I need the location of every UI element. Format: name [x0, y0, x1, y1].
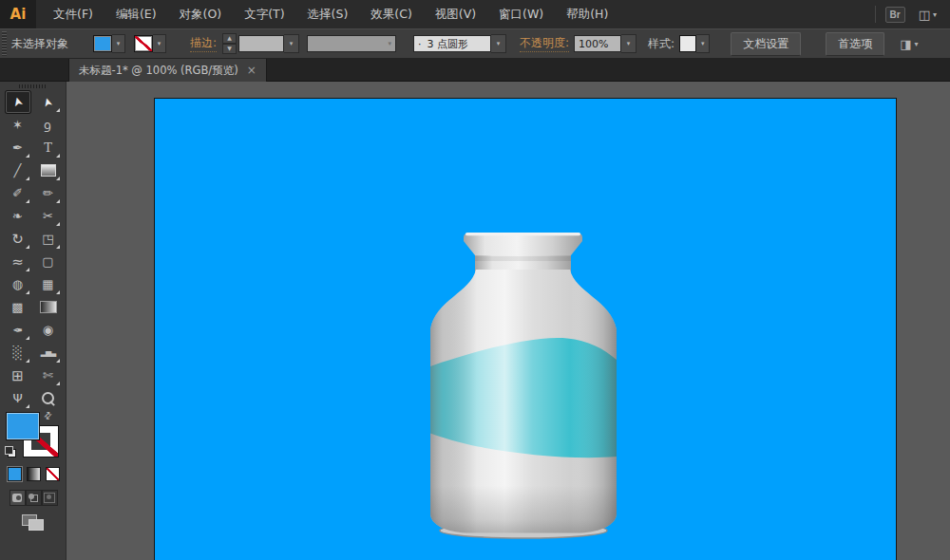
panel-drag-handle[interactable]	[19, 84, 48, 88]
menu-window[interactable]: 窗口(W)	[487, 0, 555, 28]
lasso-tool[interactable]: ϱ	[36, 114, 61, 136]
opacity-input[interactable]: 100%	[574, 35, 621, 52]
column-graph-tool[interactable]: ▂▅▃	[36, 342, 61, 364]
document-tab[interactable]: 未标题-1* @ 100% (RGB/预览) ×	[68, 59, 267, 82]
none-button[interactable]	[46, 467, 60, 481]
menu-edit[interactable]: 编辑(E)	[104, 0, 168, 28]
fill-color-swatch[interactable]	[93, 35, 112, 52]
perspective-grid-tool[interactable]: ▦	[36, 273, 61, 295]
scale-tool[interactable]: ◳	[36, 228, 61, 250]
control-panel-menu[interactable]: ◨ ▾	[900, 37, 918, 51]
draw-inside-button[interactable]	[42, 490, 58, 506]
menu-divider	[875, 6, 876, 23]
hand-tool[interactable]: Ψ	[6, 387, 30, 409]
symbol-sprayer-icon: ░	[13, 345, 23, 360]
chevron-down-icon: ▾	[933, 10, 937, 19]
screen-mode-icon[interactable]	[22, 514, 45, 531]
chevron-down-icon[interactable]: ▾	[284, 34, 299, 53]
menu-bar: Ai 文件(F)编辑(E)对象(O)文字(T)选择(S)效果(C)视图(V)窗口…	[0, 0, 950, 28]
stroke-weight-input[interactable]	[238, 35, 284, 52]
selection-tool[interactable]: ➤	[6, 91, 30, 113]
style-label: 样式:	[648, 36, 674, 52]
bridge-button[interactable]: Br	[885, 7, 905, 23]
flyout-indicator	[56, 199, 60, 203]
type-icon: T	[44, 140, 52, 155]
draw-behind-button[interactable]	[26, 490, 42, 506]
free-transform-tool[interactable]: ▢	[36, 251, 61, 272]
menu-select[interactable]: 选择(S)	[296, 0, 360, 28]
menu-help[interactable]: 帮助(H)	[555, 0, 619, 28]
scissors-tool[interactable]: ✂	[36, 205, 61, 227]
gradient-button[interactable]	[27, 467, 41, 481]
magic-wand-tool[interactable]: ✶	[6, 114, 30, 136]
menu-object[interactable]: 对象(O)	[168, 0, 234, 28]
close-icon[interactable]: ×	[247, 65, 256, 76]
blend-tool[interactable]: ◉	[36, 319, 61, 341]
brush-definition-select[interactable]: · 3 点圆形	[413, 35, 491, 52]
stroke-color-control[interactable]: ▾	[134, 34, 166, 53]
rectangle-tool[interactable]	[36, 159, 61, 181]
stroke-panel-link[interactable]: 描边:	[190, 35, 217, 52]
draw-normal-button[interactable]	[10, 490, 26, 506]
chevron-down-icon[interactable]: ▾	[621, 34, 636, 53]
chevron-down-icon[interactable]: ▾	[112, 34, 125, 53]
zoom-tool[interactable]	[36, 387, 61, 409]
control-bar: 未选择对象 ▾ ▾ 描边: ▲ ▼ ▾ ▾ · 3 点圆形 ▾ 不透明度: 10…	[0, 28, 950, 59]
stroke-none-swatch[interactable]	[134, 35, 153, 52]
chevron-down-icon: ▾	[389, 40, 392, 47]
hand-icon: Ψ	[12, 391, 22, 405]
stepper-down-icon[interactable]: ▼	[222, 44, 237, 54]
pencil-icon: ✏	[43, 186, 53, 200]
flyout-indicator	[56, 154, 60, 158]
mesh-tool[interactable]: ▩	[6, 296, 30, 318]
color-button[interactable]	[8, 467, 22, 481]
width-tool[interactable]: ≈	[6, 251, 30, 272]
app-logo: Ai	[0, 0, 36, 28]
slice-tool[interactable]: ✄	[36, 364, 61, 386]
paintbrush-tool[interactable]: ✐	[6, 182, 30, 204]
menu-items: 文件(F)编辑(E)对象(O)文字(T)选择(S)效果(C)视图(V)窗口(W)…	[42, 0, 619, 28]
paint-mode-buttons	[0, 467, 66, 481]
eyedropper-tool[interactable]: ✒	[6, 319, 30, 341]
width-profile-select[interactable]: ▾	[307, 35, 396, 52]
workspace-switcher[interactable]: ◫ ▾	[919, 8, 937, 22]
artboard-tool[interactable]: ⊞	[6, 364, 30, 386]
fill-color-control[interactable]: ▾	[93, 34, 125, 53]
symbol-sprayer-tool[interactable]: ░	[6, 342, 30, 364]
shape-builder-tool[interactable]: ◍	[6, 273, 30, 295]
canvas-area[interactable]	[66, 82, 950, 560]
blob-brush-tool[interactable]: ❧	[6, 205, 30, 227]
bottle-cap-highlight	[466, 233, 580, 235]
gradient-tool[interactable]	[36, 296, 61, 318]
type-tool[interactable]: T	[36, 137, 61, 159]
default-fill-stroke-icon[interactable]	[5, 446, 16, 457]
menu-file[interactable]: 文件(F)	[42, 0, 104, 28]
fill-proxy-swatch[interactable]	[6, 412, 40, 440]
flyout-indicator	[56, 108, 60, 112]
stroke-weight-stepper[interactable]: ▲ ▼	[222, 33, 237, 54]
artboard[interactable]	[154, 98, 897, 560]
pen-icon: ✒	[12, 140, 23, 155]
preferences-button[interactable]: 首选项	[826, 32, 884, 56]
direct-selection-tool[interactable]: ➤	[36, 91, 61, 113]
menu-type[interactable]: 文字(T)	[233, 0, 295, 28]
menu-view[interactable]: 视图(V)	[424, 0, 487, 28]
stepper-up-icon[interactable]: ▲	[222, 33, 237, 44]
bottle-cap-lip[interactable]	[464, 233, 582, 255]
chevron-down-icon[interactable]: ▾	[696, 34, 710, 53]
style-swatch[interactable]	[679, 35, 696, 52]
line-segment-tool[interactable]: ╱	[6, 159, 30, 181]
rotate-tool[interactable]: ↻	[6, 228, 30, 250]
flyout-indicator	[26, 177, 29, 180]
tool-grid: ➤➤✶ϱ✒T╱✐✏❧✂↻◳≈▢◍▦▩✒◉░▂▅▃⊞✄Ψ	[0, 91, 66, 409]
pen-tool[interactable]: ✒	[6, 137, 30, 159]
artwork-bottle[interactable]	[155, 99, 896, 560]
chevron-down-icon[interactable]: ▾	[153, 34, 166, 53]
document-setup-button[interactable]: 文档设置	[731, 32, 801, 56]
swap-fill-stroke-icon[interactable]: ⇄	[41, 409, 54, 422]
menu-effect[interactable]: 效果(C)	[359, 0, 423, 28]
panel-grip[interactable]	[2, 31, 7, 56]
opacity-panel-link[interactable]: 不透明度:	[520, 35, 569, 52]
pencil-tool[interactable]: ✏	[36, 182, 61, 204]
chevron-down-icon[interactable]: ▾	[491, 34, 506, 53]
